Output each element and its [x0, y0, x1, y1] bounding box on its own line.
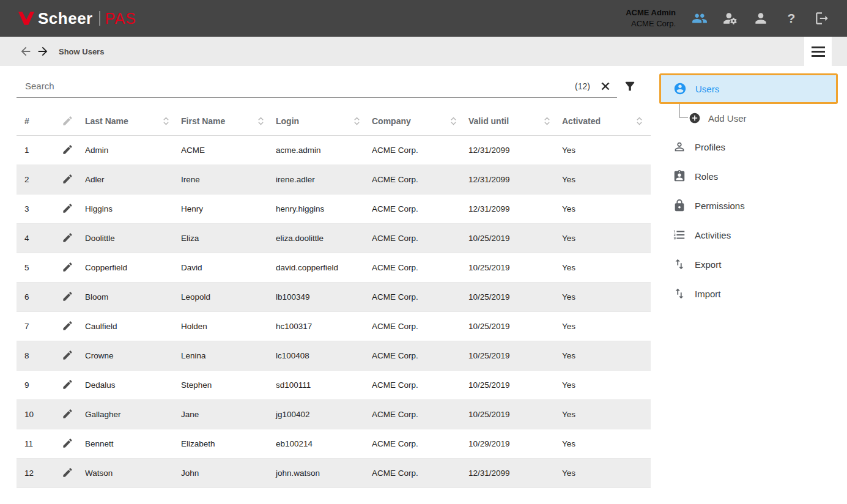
page-title: Show Users: [59, 47, 104, 56]
cell-edit[interactable]: [53, 261, 81, 275]
cell-last-name: Copperfield: [81, 263, 177, 272]
cell-first-name: ACME: [177, 146, 272, 155]
column-header-last-name[interactable]: Last Name: [81, 106, 177, 135]
lock-icon: [673, 199, 686, 212]
edit-icon[interactable]: [62, 261, 73, 273]
cell-edit[interactable]: [53, 291, 81, 304]
cell-row-number: 12: [17, 469, 53, 478]
cell-first-name: Irene: [177, 175, 272, 184]
table-row: 3 Higgins Henry henry.higgins ACME Corp.…: [17, 195, 651, 224]
sidebar-item-export[interactable]: Export: [659, 250, 840, 279]
table-row: 10 Gallagher Jane jg100402 ACME Corp. 10…: [17, 400, 651, 429]
cell-activated: Yes: [558, 380, 651, 390]
sidebar-item-roles[interactable]: Roles: [659, 161, 840, 191]
sort-icon[interactable]: [543, 116, 551, 126]
edit-icon[interactable]: [62, 379, 73, 390]
edit-icon[interactable]: [62, 291, 73, 302]
cell-valid-until: 10/25/2019: [465, 351, 558, 360]
filter-icon[interactable]: [623, 80, 637, 93]
edit-icon[interactable]: [62, 173, 73, 185]
column-header-number: #: [17, 106, 53, 135]
cell-company: ACME Corp.: [368, 439, 465, 448]
cell-row-number: 2: [17, 175, 53, 184]
table-row: 4 Doolittle Eliza eliza.doolittle ACME C…: [17, 224, 651, 253]
edit-icon[interactable]: [62, 320, 73, 332]
column-header-edit: [53, 106, 81, 135]
cell-login: henry.higgins: [272, 204, 368, 213]
cell-row-number: 5: [17, 263, 53, 272]
cell-row-number: 6: [17, 292, 53, 302]
sort-icon[interactable]: [635, 116, 643, 126]
cell-edit[interactable]: [53, 437, 81, 451]
cell-first-name: Holden: [177, 322, 272, 331]
sort-icon[interactable]: [449, 116, 457, 126]
edit-icon[interactable]: [62, 232, 73, 243]
cell-valid-until: 10/25/2019: [465, 263, 558, 272]
cell-company: ACME Corp.: [368, 351, 465, 360]
cell-edit[interactable]: [53, 467, 81, 480]
cell-edit[interactable]: [53, 408, 81, 421]
cell-edit[interactable]: [53, 379, 81, 392]
cell-row-number: 3: [17, 204, 53, 213]
table-row: 12 Watson John john.watson ACME Corp. 12…: [17, 459, 651, 488]
help-icon[interactable]: ?: [783, 10, 799, 26]
cell-company: ACME Corp.: [368, 234, 465, 243]
cell-login: david.copperfield: [272, 263, 368, 272]
users-group-icon[interactable]: [692, 10, 708, 26]
cell-activated: Yes: [558, 322, 651, 331]
user-settings-icon[interactable]: [722, 10, 738, 26]
edit-icon[interactable]: [62, 202, 73, 214]
edit-icon[interactable]: [62, 349, 73, 361]
cell-login: lb100349: [272, 292, 368, 302]
cell-first-name: David: [177, 263, 272, 272]
edit-icon[interactable]: [62, 144, 73, 155]
cell-edit[interactable]: [53, 232, 81, 245]
cell-valid-until: 10/25/2019: [465, 410, 558, 419]
cell-activated: Yes: [558, 263, 651, 272]
cell-first-name: Lenina: [177, 351, 272, 360]
sidebar-item-label: Profiles: [695, 142, 725, 152]
profile-icon[interactable]: [753, 10, 769, 26]
column-header-login[interactable]: Login: [272, 106, 368, 135]
edit-icon[interactable]: [62, 467, 73, 478]
column-header-valid-until[interactable]: Valid until: [465, 106, 558, 135]
import-export-icon: [673, 258, 686, 271]
cell-edit[interactable]: [53, 173, 81, 187]
user-info: ACME Admin ACME Corp.: [626, 7, 676, 29]
search-input[interactable]: [17, 81, 575, 91]
sort-icon[interactable]: [162, 116, 170, 126]
cell-edit[interactable]: [53, 202, 81, 216]
cell-first-name: John: [177, 469, 272, 478]
cell-company: ACME Corp.: [368, 263, 465, 272]
cell-activated: Yes: [558, 469, 651, 478]
table-row: 8 Crowne Lenina lc100408 ACME Corp. 10/2…: [17, 341, 651, 371]
column-header-activated[interactable]: Activated: [558, 106, 651, 135]
cell-valid-until: 10/25/2019: [465, 380, 558, 390]
cell-first-name: Leopold: [177, 292, 272, 302]
cell-valid-until: 12/31/2099: [465, 469, 558, 478]
sort-icon[interactable]: [257, 116, 265, 126]
sidebar-item-import[interactable]: Import: [659, 279, 840, 308]
column-header-company[interactable]: Company: [368, 106, 465, 135]
logout-icon[interactable]: [814, 10, 830, 26]
hamburger-menu-icon[interactable]: [804, 37, 832, 66]
sidebar-item-users[interactable]: Users: [659, 73, 838, 104]
cell-last-name: Higgins: [81, 204, 177, 213]
sidebar-item-profiles[interactable]: Profiles: [659, 132, 840, 161]
back-arrow-icon[interactable]: [18, 44, 33, 59]
clear-search-icon[interactable]: [599, 80, 612, 93]
cell-edit[interactable]: [53, 349, 81, 363]
cell-company: ACME Corp.: [368, 204, 465, 213]
cell-edit[interactable]: [53, 144, 81, 157]
sort-icon[interactable]: [353, 116, 361, 126]
sidebar-item-activities[interactable]: Activities: [659, 220, 840, 250]
edit-icon[interactable]: [62, 437, 73, 449]
forward-arrow-icon[interactable]: [35, 44, 50, 59]
sidebar-item-label: Add User: [708, 113, 747, 124]
edit-icon[interactable]: [62, 408, 73, 420]
cell-login: irene.adler: [272, 175, 368, 184]
sidebar-item-permissions[interactable]: Permissions: [659, 191, 840, 220]
cell-edit[interactable]: [53, 320, 81, 333]
cell-valid-until: 10/25/2019: [465, 322, 558, 331]
column-header-first-name[interactable]: First Name: [177, 106, 272, 135]
